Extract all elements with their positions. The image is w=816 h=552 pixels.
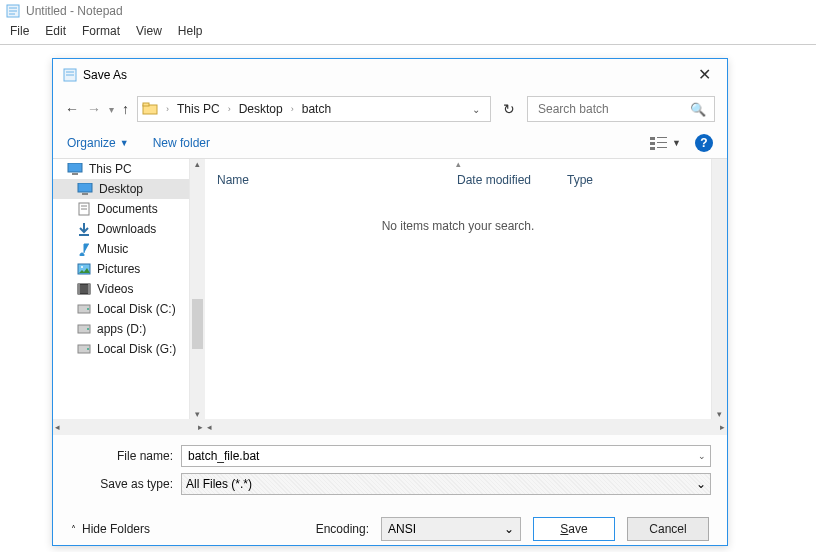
tree-this-pc[interactable]: This PC	[53, 159, 189, 179]
svg-rect-8	[143, 103, 149, 106]
sort-indicator: ▴	[205, 159, 711, 169]
notepad-title: Untitled - Notepad	[26, 4, 123, 18]
tree-documents[interactable]: Documents	[53, 199, 189, 219]
drive-icon	[77, 324, 91, 334]
encoding-label: Encoding:	[316, 522, 369, 536]
nav-tree[interactable]: This PC Desktop Documents Downloads Musi…	[53, 159, 189, 419]
dialog-title-text: Save As	[83, 68, 127, 82]
filepane-scrollbar[interactable]: ▴ ▾	[711, 159, 727, 419]
savetype-dropdown-icon[interactable]: ⌄	[696, 477, 706, 491]
svg-rect-18	[82, 193, 88, 195]
svg-rect-26	[78, 284, 80, 294]
encoding-value: ANSI	[388, 522, 416, 536]
svg-rect-9	[650, 137, 655, 140]
chevron-right-icon: ›	[226, 104, 233, 114]
scroll-down-icon[interactable]: ▾	[190, 409, 205, 419]
chevron-up-icon: ˄	[71, 524, 76, 535]
menu-view[interactable]: View	[136, 24, 162, 38]
filename-input[interactable]	[186, 448, 698, 464]
filename-field[interactable]: ⌄	[181, 445, 711, 467]
address-dropdown-icon[interactable]: ⌄	[466, 104, 486, 115]
view-icon	[650, 136, 668, 150]
svg-rect-14	[657, 147, 667, 148]
navtree-hscroll[interactable]: ◂▸	[53, 419, 205, 435]
videos-icon	[77, 283, 91, 295]
tree-local-g[interactable]: Local Disk (G:)	[53, 339, 189, 359]
filename-label: File name:	[69, 449, 181, 463]
scrollbar-thumb[interactable]	[192, 299, 203, 349]
filename-dropdown-icon[interactable]: ⌄	[698, 451, 706, 461]
tree-desktop[interactable]: Desktop	[53, 179, 189, 199]
navtree-scrollbar[interactable]: ▴ ▾	[189, 159, 205, 419]
up-button[interactable]: ↑	[122, 101, 129, 117]
downloads-icon	[77, 222, 91, 236]
tree-music[interactable]: Music	[53, 239, 189, 259]
column-date[interactable]: Date modified	[457, 173, 567, 187]
recent-locations-button[interactable]: ▾	[109, 104, 114, 115]
crumb-batch[interactable]: batch	[298, 102, 335, 116]
explorer-body: This PC Desktop Documents Downloads Musi…	[53, 159, 727, 419]
cancel-button[interactable]: Cancel	[627, 517, 709, 541]
column-name[interactable]: Name	[217, 173, 457, 187]
svg-point-31	[87, 328, 89, 330]
tree-local-c[interactable]: Local Disk (C:)	[53, 299, 189, 319]
encoding-select[interactable]: ANSI ⌄	[381, 517, 521, 541]
refresh-button[interactable]: ↻	[499, 99, 519, 119]
drive-icon	[77, 304, 91, 314]
scroll-down-icon[interactable]: ▾	[712, 409, 727, 419]
view-options-button[interactable]: ▼	[650, 136, 681, 150]
hide-folders-button[interactable]: ˄ Hide Folders	[71, 522, 150, 536]
save-button[interactable]: Save	[533, 517, 615, 541]
dialog-titlebar: Save As ✕	[53, 59, 727, 90]
tree-videos[interactable]: Videos	[53, 279, 189, 299]
organize-button[interactable]: Organize ▼	[67, 136, 129, 150]
svg-rect-10	[650, 142, 655, 145]
close-button[interactable]: ✕	[692, 65, 717, 84]
explorer-toolbar: Organize ▼ New folder ▼ ?	[53, 128, 727, 159]
desktop-icon	[77, 183, 93, 195]
search-icon[interactable]: 🔍	[690, 102, 706, 117]
column-type[interactable]: Type	[567, 173, 699, 187]
chevron-down-icon: ▼	[120, 138, 129, 148]
scroll-up-icon[interactable]: ▴	[190, 159, 205, 169]
svg-rect-27	[88, 284, 90, 294]
crumb-desktop[interactable]: Desktop	[235, 102, 287, 116]
horizontal-scrollbars[interactable]: ◂▸ ◂▸	[53, 419, 727, 435]
savetype-label: Save as type:	[69, 477, 181, 491]
empty-message: No items match your search.	[205, 191, 711, 419]
filepane-hscroll[interactable]: ◂▸	[205, 419, 727, 435]
svg-point-24	[81, 266, 83, 268]
tree-apps-d[interactable]: apps (D:)	[53, 319, 189, 339]
pictures-icon	[77, 263, 91, 275]
form-area: File name: ⌄ Save as type: All Files (*.…	[53, 435, 727, 505]
chevron-down-icon: ▼	[672, 138, 681, 148]
drive-icon	[77, 344, 91, 354]
menu-edit[interactable]: Edit	[45, 24, 66, 38]
encoding-dropdown-icon[interactable]: ⌄	[504, 522, 514, 536]
menu-format[interactable]: Format	[82, 24, 120, 38]
file-pane: ▴ Name Date modified Type No items match…	[205, 159, 711, 419]
menu-file[interactable]: File	[10, 24, 29, 38]
chevron-right-icon: ›	[289, 104, 296, 114]
svg-rect-11	[650, 147, 655, 150]
notepad-icon	[6, 4, 20, 18]
menu-help[interactable]: Help	[178, 24, 203, 38]
music-icon	[77, 242, 91, 256]
back-button[interactable]: ←	[65, 101, 79, 117]
svg-rect-15	[68, 163, 82, 172]
crumb-this-pc[interactable]: This PC	[173, 102, 224, 116]
new-folder-button[interactable]: New folder	[153, 136, 210, 150]
address-bar[interactable]: › This PC › Desktop › batch ⌄	[137, 96, 491, 122]
forward-button[interactable]: →	[87, 101, 101, 117]
help-button[interactable]: ?	[695, 134, 713, 152]
search-box[interactable]: 🔍	[527, 96, 715, 122]
column-headers: Name Date modified Type	[205, 169, 711, 191]
savetype-field[interactable]: All Files (*.*) ⌄	[181, 473, 711, 495]
menubar-divider	[0, 44, 816, 45]
tree-pictures[interactable]: Pictures	[53, 259, 189, 279]
pc-icon	[67, 163, 83, 175]
search-input[interactable]	[536, 101, 686, 117]
documents-icon	[77, 202, 91, 216]
tree-downloads[interactable]: Downloads	[53, 219, 189, 239]
svg-rect-13	[657, 142, 667, 143]
